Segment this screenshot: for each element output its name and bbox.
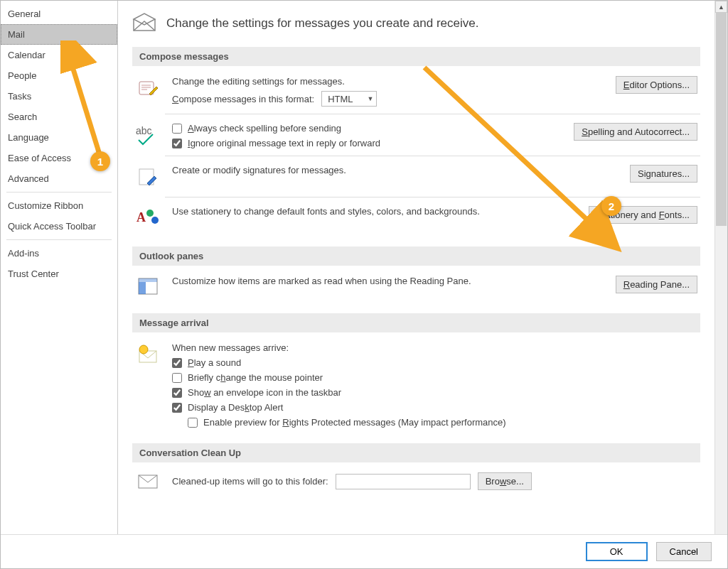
section-head-arrival: Message arrival	[132, 313, 700, 332]
arrival-intro: When new messages arrive:	[172, 342, 700, 353]
sidebar-item-people[interactable]: People	[1, 65, 117, 86]
vertical-scrollbar[interactable]: ▲ ▼	[714, 1, 727, 568]
signatures-button[interactable]: Signatures...	[630, 165, 697, 183]
section-head-compose: Compose messages	[132, 47, 700, 66]
ok-button[interactable]: OK	[586, 542, 648, 561]
svg-marker-0	[134, 13, 155, 25]
sidebar-item-search[interactable]: Search	[1, 107, 117, 127]
scroll-up-button[interactable]: ▲	[715, 1, 727, 13]
svg-text:abc: abc	[136, 125, 152, 136]
spellcheck-icon: abc	[136, 124, 160, 148]
sidebar-item-advanced[interactable]: Advanced	[1, 168, 117, 189]
sidebar-item-tasks[interactable]: Tasks	[1, 86, 117, 107]
svg-point-11	[151, 217, 159, 224]
edit-message-icon	[137, 77, 159, 101]
chevron-down-icon: ▼	[368, 95, 374, 102]
sidebar-item-customize-ribbon[interactable]: Customize Ribbon	[1, 195, 117, 216]
reading-pane-label: Customize how items are marked as read w…	[172, 276, 607, 286]
ignore-original-checkbox[interactable]: Ignore original message text in reply or…	[172, 138, 565, 148]
signature-icon	[137, 166, 159, 190]
annotation-marker-1: 1	[90, 151, 110, 171]
cancel-button[interactable]: Cancel	[656, 542, 712, 561]
always-check-spelling-checkbox[interactable]: Always check spelling before sending	[172, 123, 565, 134]
editor-options-button[interactable]: Editor Options...	[616, 76, 697, 94]
bell-envelope-icon	[136, 344, 159, 367]
desktop-alert-checkbox[interactable]: Display a Desktop Alert	[172, 402, 700, 413]
stationery-label: Use stationery to change default fonts a…	[172, 206, 580, 217]
sidebar-item-quick-access-toolbar[interactable]: Quick Access Toolbar	[1, 216, 117, 237]
sidebar-item-language[interactable]: Language	[1, 127, 117, 148]
svg-point-16	[139, 345, 148, 354]
page-title: Change the settings for messages you cre…	[166, 16, 478, 31]
cleanup-label: Cleaned-up items will go to this folder:	[172, 476, 328, 487]
envelope-icon	[132, 12, 156, 34]
rights-preview-checkbox[interactable]: Enable preview for Rights Protected mess…	[188, 417, 700, 428]
sidebar-item-calendar[interactable]: Calendar	[1, 45, 117, 65]
section-head-cleanup: Conversation Clean Up	[132, 443, 700, 462]
play-sound-checkbox[interactable]: Play a sound	[172, 357, 700, 368]
sidebar-item-add-ins[interactable]: Add-ins	[1, 243, 117, 264]
spelling-autocorrect-button[interactable]: Spelling and Autocorrect...	[574, 123, 697, 141]
svg-point-10	[146, 210, 154, 217]
sidebar-item-mail[interactable]: Mail	[1, 24, 117, 45]
reading-pane-icon	[137, 277, 159, 298]
stationery-icon: A	[136, 207, 159, 231]
signatures-label: Create or modify signatures for messages…	[172, 165, 621, 175]
browse-button[interactable]: Browse...	[478, 472, 532, 490]
reading-pane-button[interactable]: Reading Pane...	[616, 276, 697, 293]
edit-settings-label: Change the editing settings for messages…	[172, 76, 607, 87]
options-dialog: General Mail Calendar People Tasks Searc…	[0, 0, 728, 569]
annotation-marker-2: 2	[601, 196, 621, 216]
scroll-track[interactable]	[715, 13, 727, 556]
scroll-thumb[interactable]	[716, 13, 727, 226]
svg-text:A: A	[136, 210, 146, 224]
change-pointer-checkbox[interactable]: Briefly change the mouse pointer	[172, 372, 700, 383]
compose-format-combo[interactable]: HTML ▼	[321, 91, 377, 107]
svg-rect-13	[139, 278, 157, 282]
dialog-footer: OK Cancel	[1, 534, 727, 568]
cleanup-envelope-icon	[137, 474, 159, 492]
sidebar-item-trust-center[interactable]: Trust Center	[1, 264, 117, 284]
options-sidebar: General Mail Calendar People Tasks Searc…	[1, 1, 118, 568]
main-area: Change the settings for messages you cre…	[118, 1, 727, 568]
compose-format-label: Compose messages in this format:	[172, 94, 314, 104]
compose-format-value: HTML	[328, 94, 353, 104]
svg-rect-14	[139, 282, 146, 294]
sidebar-item-general[interactable]: General	[1, 4, 117, 24]
cleanup-folder-input[interactable]	[336, 474, 471, 489]
section-head-panes: Outlook panes	[132, 246, 700, 266]
envelope-taskbar-checkbox[interactable]: Show an envelope icon in the taskbar	[172, 387, 700, 398]
